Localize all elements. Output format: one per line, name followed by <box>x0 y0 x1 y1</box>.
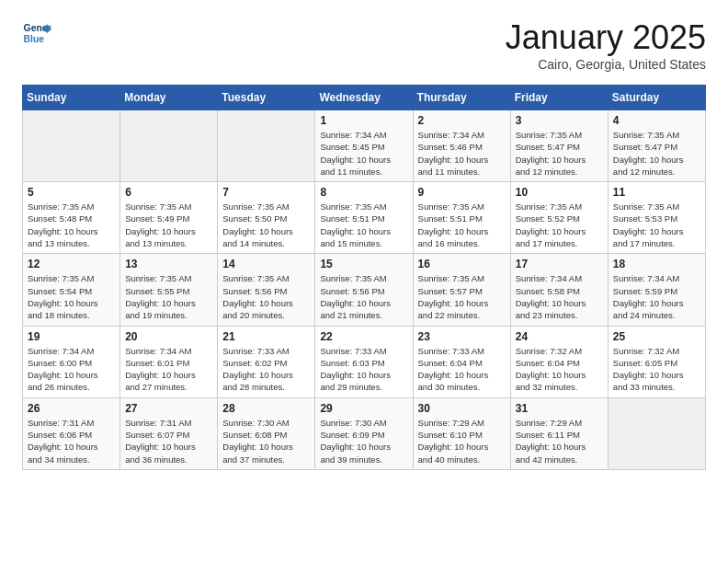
day-number: 13 <box>125 258 212 270</box>
day-number: 26 <box>28 402 115 415</box>
calendar-cell: 15Sunrise: 7:35 AM Sunset: 5:56 PM Dayli… <box>315 254 413 326</box>
calendar-cell: 28Sunrise: 7:30 AM Sunset: 6:08 PM Dayli… <box>218 397 315 469</box>
day-number: 7 <box>222 186 310 199</box>
calendar-cell: 27Sunrise: 7:31 AM Sunset: 6:07 PM Dayli… <box>120 397 218 469</box>
day-number: 3 <box>516 114 603 127</box>
day-info: Sunrise: 7:35 AM Sunset: 5:55 PM Dayligh… <box>125 272 212 321</box>
week-row-5: 26Sunrise: 7:31 AM Sunset: 6:06 PM Dayli… <box>23 397 706 469</box>
calendar-cell: 13Sunrise: 7:35 AM Sunset: 5:55 PM Dayli… <box>120 254 218 326</box>
day-number: 22 <box>320 330 407 343</box>
weekday-header-sunday: Sunday <box>23 86 120 110</box>
calendar-cell <box>608 397 705 469</box>
day-number: 4 <box>613 114 700 127</box>
title-block: January 2025 Cairo, Georgia, United Stat… <box>506 18 706 72</box>
calendar-cell: 29Sunrise: 7:30 AM Sunset: 6:09 PM Dayli… <box>315 397 413 469</box>
calendar-cell: 10Sunrise: 7:35 AM Sunset: 5:52 PM Dayli… <box>510 182 608 254</box>
day-info: Sunrise: 7:35 AM Sunset: 5:47 PM Dayligh… <box>613 129 700 178</box>
day-info: Sunrise: 7:35 AM Sunset: 5:54 PM Dayligh… <box>28 272 115 321</box>
day-info: Sunrise: 7:30 AM Sunset: 6:09 PM Dayligh… <box>320 417 407 465</box>
day-number: 31 <box>516 402 603 415</box>
day-info: Sunrise: 7:33 AM Sunset: 6:03 PM Dayligh… <box>320 345 407 394</box>
day-number: 12 <box>28 258 115 270</box>
day-info: Sunrise: 7:31 AM Sunset: 6:07 PM Dayligh… <box>125 417 212 465</box>
day-info: Sunrise: 7:35 AM Sunset: 5:56 PM Dayligh… <box>222 272 310 321</box>
day-info: Sunrise: 7:35 AM Sunset: 5:56 PM Dayligh… <box>320 272 407 321</box>
day-number: 27 <box>125 402 212 415</box>
calendar-title: January 2025 <box>506 18 706 57</box>
calendar-cell: 2Sunrise: 7:34 AM Sunset: 5:46 PM Daylig… <box>413 110 510 182</box>
weekday-header-saturday: Saturday <box>608 86 705 110</box>
header: General Blue January 2025 Cairo, Georgia… <box>22 18 706 72</box>
calendar-cell: 24Sunrise: 7:32 AM Sunset: 6:04 PM Dayli… <box>510 326 608 397</box>
calendar-cell: 11Sunrise: 7:35 AM Sunset: 5:53 PM Dayli… <box>608 182 705 254</box>
day-info: Sunrise: 7:33 AM Sunset: 6:04 PM Dayligh… <box>418 345 506 394</box>
week-row-2: 5Sunrise: 7:35 AM Sunset: 5:48 PM Daylig… <box>23 182 706 254</box>
calendar-cell: 4Sunrise: 7:35 AM Sunset: 5:47 PM Daylig… <box>608 110 705 182</box>
day-number: 2 <box>418 114 506 127</box>
calendar-cell: 12Sunrise: 7:35 AM Sunset: 5:54 PM Dayli… <box>23 254 120 326</box>
day-info: Sunrise: 7:35 AM Sunset: 5:47 PM Dayligh… <box>516 129 603 178</box>
svg-text:Blue: Blue <box>24 34 45 44</box>
day-info: Sunrise: 7:34 AM Sunset: 6:00 PM Dayligh… <box>28 345 115 394</box>
calendar-cell: 17Sunrise: 7:34 AM Sunset: 5:58 PM Dayli… <box>510 254 608 326</box>
day-info: Sunrise: 7:35 AM Sunset: 5:57 PM Dayligh… <box>418 272 506 321</box>
weekday-header-row: SundayMondayTuesdayWednesdayThursdayFrid… <box>23 86 706 110</box>
day-number: 29 <box>320 402 407 415</box>
day-info: Sunrise: 7:34 AM Sunset: 5:59 PM Dayligh… <box>613 272 700 321</box>
weekday-header-tuesday: Tuesday <box>218 86 315 110</box>
calendar-cell: 22Sunrise: 7:33 AM Sunset: 6:03 PM Dayli… <box>315 326 413 397</box>
calendar-cell: 8Sunrise: 7:35 AM Sunset: 5:51 PM Daylig… <box>315 182 413 254</box>
calendar-cell <box>218 110 315 182</box>
day-info: Sunrise: 7:35 AM Sunset: 5:53 PM Dayligh… <box>613 201 700 249</box>
weekday-header-thursday: Thursday <box>413 86 510 110</box>
logo: General Blue <box>22 18 51 48</box>
day-number: 20 <box>125 330 212 343</box>
calendar-cell: 18Sunrise: 7:34 AM Sunset: 5:59 PM Dayli… <box>608 254 705 326</box>
calendar-cell: 23Sunrise: 7:33 AM Sunset: 6:04 PM Dayli… <box>413 326 510 397</box>
calendar-subtitle: Cairo, Georgia, United States <box>506 57 706 72</box>
day-number: 28 <box>222 402 310 415</box>
day-info: Sunrise: 7:35 AM Sunset: 5:49 PM Dayligh… <box>125 201 212 249</box>
calendar-cell: 26Sunrise: 7:31 AM Sunset: 6:06 PM Dayli… <box>23 397 120 469</box>
day-number: 19 <box>28 330 115 343</box>
calendar-cell: 5Sunrise: 7:35 AM Sunset: 5:48 PM Daylig… <box>23 182 120 254</box>
calendar-cell <box>23 110 120 182</box>
calendar-cell: 9Sunrise: 7:35 AM Sunset: 5:51 PM Daylig… <box>413 182 510 254</box>
day-info: Sunrise: 7:31 AM Sunset: 6:06 PM Dayligh… <box>28 417 115 465</box>
logo-icon: General Blue <box>22 18 51 48</box>
day-info: Sunrise: 7:32 AM Sunset: 6:05 PM Dayligh… <box>613 345 700 394</box>
calendar-cell: 3Sunrise: 7:35 AM Sunset: 5:47 PM Daylig… <box>510 110 608 182</box>
weekday-header-wednesday: Wednesday <box>315 86 413 110</box>
day-number: 11 <box>613 186 700 199</box>
day-number: 10 <box>516 186 603 199</box>
day-info: Sunrise: 7:33 AM Sunset: 6:02 PM Dayligh… <box>222 345 310 394</box>
calendar-cell: 20Sunrise: 7:34 AM Sunset: 6:01 PM Dayli… <box>120 326 218 397</box>
week-row-4: 19Sunrise: 7:34 AM Sunset: 6:00 PM Dayli… <box>23 326 706 397</box>
day-info: Sunrise: 7:34 AM Sunset: 5:45 PM Dayligh… <box>320 129 407 178</box>
day-info: Sunrise: 7:30 AM Sunset: 6:08 PM Dayligh… <box>222 417 310 465</box>
day-info: Sunrise: 7:34 AM Sunset: 5:58 PM Dayligh… <box>516 272 603 321</box>
calendar-table: SundayMondayTuesdayWednesdayThursdayFrid… <box>22 85 706 470</box>
day-number: 8 <box>320 186 407 199</box>
calendar-cell: 30Sunrise: 7:29 AM Sunset: 6:10 PM Dayli… <box>413 397 510 469</box>
calendar-cell <box>120 110 218 182</box>
day-info: Sunrise: 7:35 AM Sunset: 5:50 PM Dayligh… <box>222 201 310 249</box>
day-info: Sunrise: 7:29 AM Sunset: 6:11 PM Dayligh… <box>516 417 603 465</box>
day-number: 21 <box>222 330 310 343</box>
day-info: Sunrise: 7:35 AM Sunset: 5:51 PM Dayligh… <box>418 201 506 249</box>
calendar-cell: 14Sunrise: 7:35 AM Sunset: 5:56 PM Dayli… <box>218 254 315 326</box>
day-number: 9 <box>418 186 506 199</box>
day-number: 30 <box>418 402 506 415</box>
calendar-cell: 16Sunrise: 7:35 AM Sunset: 5:57 PM Dayli… <box>413 254 510 326</box>
day-number: 1 <box>320 114 407 127</box>
weekday-header-monday: Monday <box>120 86 218 110</box>
calendar-cell: 31Sunrise: 7:29 AM Sunset: 6:11 PM Dayli… <box>510 397 608 469</box>
week-row-1: 1Sunrise: 7:34 AM Sunset: 5:45 PM Daylig… <box>23 110 706 182</box>
week-row-3: 12Sunrise: 7:35 AM Sunset: 5:54 PM Dayli… <box>23 254 706 326</box>
page: General Blue January 2025 Cairo, Georgia… <box>0 0 728 488</box>
day-info: Sunrise: 7:35 AM Sunset: 5:52 PM Dayligh… <box>516 201 603 249</box>
day-number: 14 <box>222 258 310 270</box>
day-info: Sunrise: 7:32 AM Sunset: 6:04 PM Dayligh… <box>516 345 603 394</box>
calendar-cell: 25Sunrise: 7:32 AM Sunset: 6:05 PM Dayli… <box>608 326 705 397</box>
day-info: Sunrise: 7:34 AM Sunset: 5:46 PM Dayligh… <box>418 129 506 178</box>
